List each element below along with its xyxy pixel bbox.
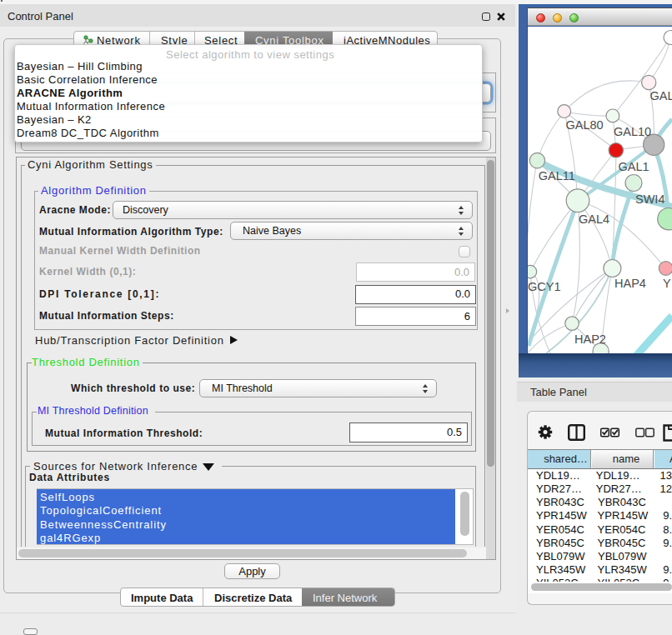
svg-text:HAP4: HAP4: [614, 277, 646, 290]
svg-text:GAL1: GAL1: [619, 160, 649, 173]
svg-text:SWI4: SWI4: [635, 192, 664, 206]
svg-text:GAL4: GAL4: [579, 212, 609, 226]
svg-text:GCY1: GCY1: [528, 280, 561, 293]
svg-text:GAL10: GAL10: [614, 125, 651, 138]
svg-text:GAL: GAL: [650, 89, 672, 102]
svg-text:Y: Y: [663, 277, 671, 290]
svg-text:GAL11: GAL11: [539, 169, 575, 182]
svg-text:HAP2: HAP2: [574, 332, 606, 346]
svg-text:GAL80: GAL80: [566, 118, 604, 132]
